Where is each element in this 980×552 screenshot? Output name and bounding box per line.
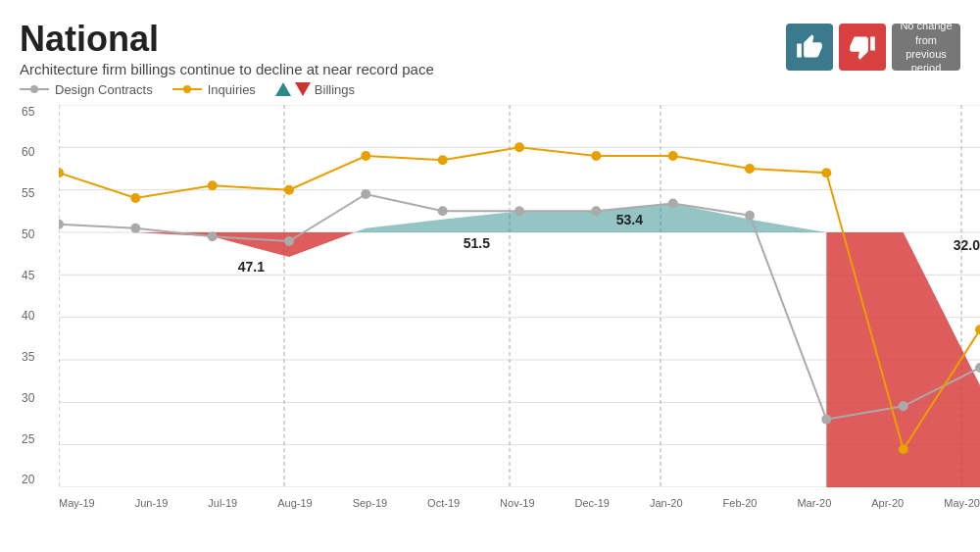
billing-label-oct19: 51.5 [464,235,490,251]
legend-inquiries: Inquiries [172,82,256,97]
dc-point-2 [208,231,218,241]
title-block: National Architecture firm billings cont… [20,20,434,77]
billings-triangle-up-icon [275,82,291,96]
x-label-oct19: Oct-19 [427,497,460,509]
thumbs-up-button[interactable] [786,24,833,71]
x-label-jul19: Jul-19 [208,497,237,509]
x-label-may20: May-20 [944,497,980,509]
inq-point-12 [975,325,980,334]
thumbs-down-icon [849,33,876,61]
chart-svg: 50.2 47.1 51.5 53.4 32.0 [59,105,980,487]
y-label-65: 65 [22,105,34,119]
x-label-mar20: Mar-20 [797,497,831,509]
dc-point-7 [591,206,601,216]
dc-point-6 [514,206,524,216]
dc-point-9 [745,210,755,220]
x-label-dec19: Dec-19 [575,497,610,509]
legend: Design Contracts Inquiries Billings [20,82,960,97]
x-label-sep19: Sep-19 [353,497,387,509]
inquiries-line-icon [172,88,202,90]
x-label-aug19: Aug-19 [277,497,312,509]
dc-point-4 [361,189,370,199]
dc-point-3 [284,236,294,246]
billing-label-aug19: 47.1 [238,259,265,275]
inq-point-8 [668,151,678,161]
dc-point-5 [438,206,448,216]
chart-area: 65 60 55 50 45 40 35 30 25 20 [59,105,980,487]
inq-point-0 [59,168,64,177]
inq-point-2 [208,180,218,190]
y-label-45: 45 [22,269,34,282]
dc-point-10 [821,414,831,424]
dc-point-0 [59,219,64,228]
header-area: National Architecture firm billings cont… [20,20,960,77]
design-contracts-line-icon [20,88,49,90]
y-label-40: 40 [22,309,34,323]
x-label-jan20: Jan-20 [650,497,683,509]
x-label-may19: May-19 [59,497,95,509]
billing-label-may20: 32.0 [954,237,980,253]
y-label-30: 30 [22,391,34,405]
thumbs-up-icon [796,33,823,61]
inq-point-9 [745,164,755,174]
x-label-apr20: Apr-20 [871,497,904,509]
billings-triangle-down-icon [295,82,311,96]
design-contracts-label: Design Contracts [55,82,153,97]
no-change-box: No change from previous period [892,24,960,71]
x-label-nov19: Nov-19 [500,497,534,509]
legend-design-contracts: Design Contracts [20,82,153,97]
dc-point-1 [130,223,140,232]
y-axis-labels: 65 60 55 50 45 40 35 30 25 20 [22,105,34,487]
dc-point-12 [975,363,980,373]
icons-block: No change from previous period [786,24,960,71]
y-label-35: 35 [22,350,34,364]
inquiries-label: Inquiries [208,82,256,97]
billing-label-jan20: 53.4 [616,212,643,227]
x-label-feb20: Feb-20 [723,497,758,509]
x-label-jun19: Jun-19 [135,497,169,509]
y-label-50: 50 [22,227,34,241]
thumbs-down-button[interactable] [839,24,886,71]
inq-point-4 [361,151,370,161]
legend-billings: Billings [275,82,355,97]
inq-point-6 [514,142,524,152]
x-axis-labels: May-19 Jun-19 Jul-19 Aug-19 Sep-19 Oct-1… [59,497,980,509]
dc-point-11 [899,401,908,411]
inq-point-1 [130,193,140,203]
inq-point-3 [284,184,294,194]
page-container: National Architecture firm billings cont… [0,0,980,552]
main-title: National [20,20,434,59]
subtitle: Architecture firm billings continue to d… [20,61,434,77]
inq-point-10 [821,168,831,177]
y-label-55: 55 [22,186,34,200]
billings-red-area-aug [135,232,354,257]
inq-point-11 [899,444,908,454]
billings-label: Billings [315,82,355,97]
dc-point-8 [668,198,678,208]
y-label-20: 20 [22,473,34,486]
y-label-60: 60 [22,145,34,159]
y-label-25: 25 [22,432,34,446]
inq-point-7 [591,151,601,161]
inq-point-5 [438,155,448,165]
no-change-text: No change from previous period [896,19,956,75]
